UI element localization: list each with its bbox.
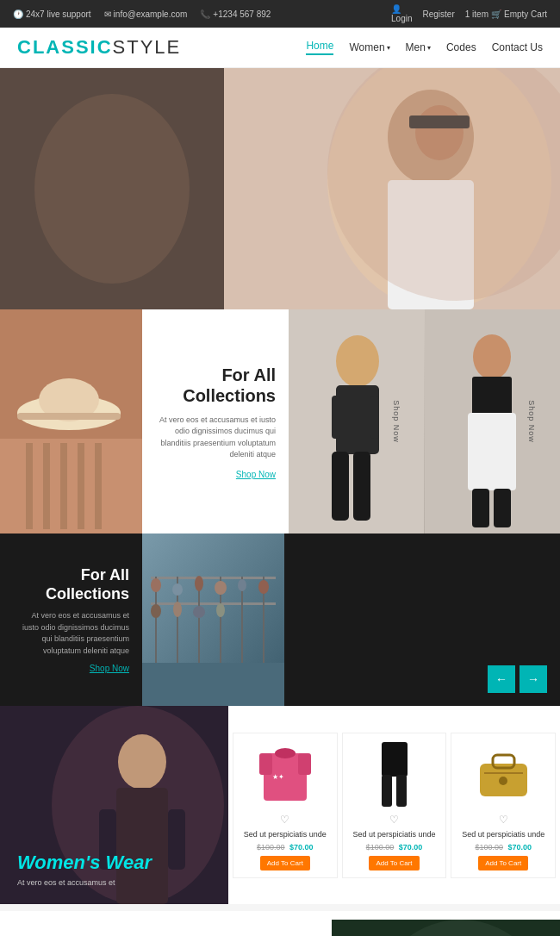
nav-women[interactable]: Women ▾	[349, 41, 389, 53]
nav-men[interactable]: Men ▾	[406, 41, 431, 53]
wishlist-icon-3[interactable]: ♡	[499, 814, 508, 826]
black-pants-svg	[377, 742, 412, 807]
chevron-down-icon: ▾	[387, 44, 390, 52]
add-to-cart-2[interactable]: Add To Cart	[369, 856, 419, 870]
women-banner: Women's Wear At vero eos et accusamus et	[0, 706, 228, 904]
svg-rect-63	[382, 742, 408, 777]
add-to-cart-3[interactable]: Add To Cart	[478, 856, 528, 870]
cart-link[interactable]: 1 item 🛒 Empty Cart	[465, 9, 547, 19]
collections2-heading: For All Collections	[13, 566, 129, 603]
logo-classic: CLASSIC	[17, 36, 113, 58]
svg-point-43	[195, 576, 203, 591]
nav-codes[interactable]: Codes	[446, 41, 476, 53]
shop-now-vertical-1[interactable]: Shop Now	[392, 400, 401, 443]
top-bar-left: 🕐 24x7 live support ✉ info@example.com 📞…	[13, 9, 271, 19]
login-link[interactable]: 👤 Login	[391, 4, 412, 23]
hero-banner	[0, 68, 560, 309]
collections2-text: For All Collections At vero eos et accus…	[0, 534, 142, 706]
email-info: ✉ info@example.com	[104, 9, 188, 19]
logo: CLASSICSTYLE	[17, 36, 181, 59]
svg-point-1	[34, 94, 190, 284]
product-image-3	[473, 740, 533, 809]
old-price-3: $100.00	[475, 843, 503, 852]
product-image-1: ★✦	[255, 740, 315, 809]
top-bar-right: 👤 Login Register 1 item 🛒 Empty Cart	[391, 4, 547, 23]
product-price-2: $100.00 $70.00	[366, 843, 423, 852]
svg-point-42	[172, 583, 183, 596]
svg-point-45	[238, 579, 246, 591]
svg-rect-51	[142, 663, 284, 706]
wishlist-icon-2[interactable]: ♡	[389, 814, 399, 826]
new-price-2: $70.00	[399, 843, 423, 852]
product-price-3: $100.00 $70.00	[475, 843, 532, 852]
svg-point-54	[118, 734, 166, 789]
slider-arrows: ← →	[284, 534, 560, 706]
model-2-svg	[425, 309, 560, 534]
svg-rect-59	[259, 753, 272, 775]
svg-rect-12	[0, 439, 142, 534]
collections-section-2: For All Collections At vero eos et accus…	[0, 534, 560, 706]
svg-point-68	[499, 777, 507, 785]
shop-now-link-1[interactable]: Shop Now	[155, 470, 276, 479]
svg-point-61	[275, 748, 296, 758]
phone-info: 📞 +1234 567 892	[200, 9, 271, 19]
add-to-cart-1[interactable]: Add To Cart	[260, 856, 310, 870]
women-product-1: ★✦ ♡ Sed ut perspiciatis unde $100.00 $7…	[233, 733, 338, 878]
register-link[interactable]: Register	[423, 9, 455, 19]
top-bar: 🕐 24x7 live support ✉ info@example.com 📞…	[0, 0, 560, 28]
collections-body: At vero eos et accusamus et iusto odio d…	[155, 415, 276, 461]
model-panel-2: Shop Now	[425, 309, 561, 534]
svg-point-44	[215, 581, 227, 595]
collections2-body: At vero eos et accusamus et iusto odio d…	[13, 610, 129, 657]
svg-point-46	[258, 580, 269, 594]
pink-shirt-svg: ★✦	[259, 745, 311, 805]
men-person-svg	[332, 920, 560, 936]
product-image-2	[364, 740, 425, 809]
svg-rect-21	[332, 452, 349, 521]
svg-rect-29	[472, 489, 489, 527]
svg-rect-11	[17, 413, 121, 420]
nav-home[interactable]: Home	[306, 40, 333, 55]
section-divider	[0, 904, 560, 911]
svg-rect-34	[151, 602, 276, 605]
shop-now-link-2[interactable]: Shop Now	[13, 664, 129, 673]
svg-point-48	[173, 602, 182, 617]
hero-left-panel	[0, 68, 224, 309]
svg-rect-69	[484, 772, 523, 774]
product-title-3: Sed ut perspiciatis unde	[462, 830, 544, 839]
new-price-1: $70.00	[289, 843, 314, 852]
svg-rect-13	[26, 443, 33, 529]
product-title-1: Sed ut perspiciatis unde	[244, 830, 327, 839]
collections-heading: For All Collections	[155, 365, 276, 406]
hat-image	[0, 309, 142, 534]
men-product-grid: ♡ Sed ut perspiciatis unde $100.00 $70.0…	[0, 920, 332, 936]
women-banner-text: Women's Wear At vero eos et accusamus et	[17, 852, 152, 887]
svg-rect-14	[43, 443, 50, 529]
svg-rect-30	[494, 489, 511, 527]
svg-rect-57	[168, 809, 185, 870]
product-title-2: Sed ut perspiciatis unde	[352, 830, 435, 839]
store-svg	[142, 534, 284, 706]
women-product-2: ♡ Sed ut perspiciatis unde $100.00 $70.0…	[342, 733, 447, 878]
nav-contact[interactable]: Contact Us	[492, 41, 543, 53]
svg-rect-16	[78, 443, 84, 529]
svg-rect-27	[472, 377, 512, 415]
svg-rect-65	[396, 775, 407, 807]
next-arrow-button[interactable]: →	[520, 665, 547, 693]
prev-arrow-button[interactable]: ←	[488, 665, 515, 693]
model-1-svg	[289, 309, 424, 534]
svg-rect-15	[60, 443, 67, 529]
svg-point-47	[151, 604, 161, 618]
product-price-1: $100.00 $70.00	[257, 843, 314, 852]
svg-point-26	[473, 334, 511, 379]
men-banner: Men's Wear At vero eos et accusamus et	[332, 920, 560, 936]
brown-bag-svg	[476, 751, 532, 798]
women-title: Women's Wear	[17, 852, 152, 874]
shop-now-vertical-2[interactable]: Shop Now	[527, 400, 536, 443]
svg-rect-24	[370, 396, 379, 439]
svg-rect-33	[151, 577, 276, 579]
wishlist-icon-1[interactable]: ♡	[280, 814, 289, 826]
svg-point-50	[216, 603, 225, 617]
hero-right-panel	[224, 68, 560, 309]
hero-left-image	[0, 68, 224, 309]
